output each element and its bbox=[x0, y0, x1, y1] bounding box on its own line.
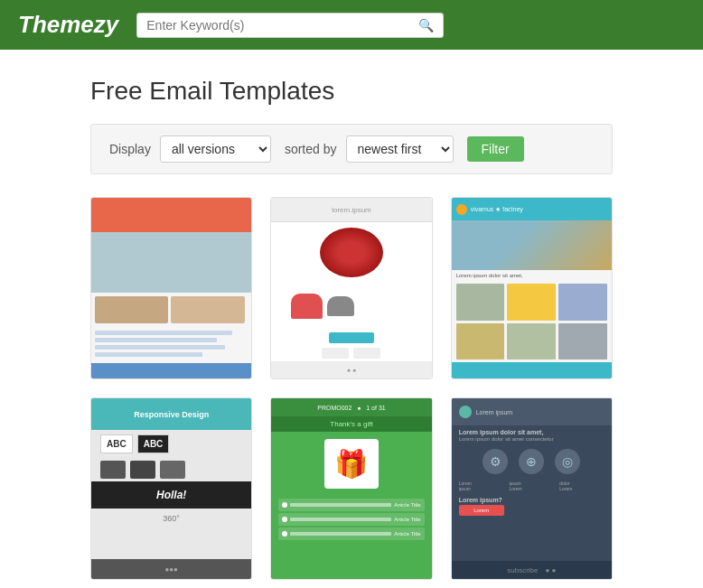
filter-bar: Display all versions free only premium o… bbox=[90, 124, 613, 174]
filter-button[interactable]: Filter bbox=[467, 136, 524, 162]
t2-product-area bbox=[287, 226, 416, 279]
sort-select[interactable]: newest first oldest first most popular bbox=[346, 135, 454, 163]
header: Themezy 🔍 bbox=[0, 0, 703, 50]
search-input[interactable] bbox=[146, 18, 418, 33]
search-icon: 🔍 bbox=[418, 18, 434, 33]
template-grid: lorem.ipsum ● ● bbox=[90, 197, 613, 580]
template-card-1[interactable] bbox=[90, 197, 252, 379]
template-card-6[interactable]: Lorem ipsum Lorem ipsum dolor sit amet, … bbox=[451, 397, 613, 580]
t2-logo-area: lorem.ipsum bbox=[271, 198, 431, 222]
template-preview-5: PROMO002 ● 1 of 31 Thank's a gift 🎁 Arti… bbox=[271, 398, 431, 579]
t4-holla: Holla! bbox=[91, 481, 251, 509]
template-card-5[interactable]: PROMO002 ● 1 of 31 Thank's a gift 🎁 Arti… bbox=[270, 397, 432, 580]
template-preview-4: Responsive Design ABC ABC Holla! 360° ●●… bbox=[91, 398, 251, 579]
template-preview-6: Lorem ipsum Lorem ipsum dolor sit amet, … bbox=[452, 398, 612, 579]
main-content: Free Email Templates Display all version… bbox=[0, 50, 703, 588]
sorted-label: sorted by bbox=[285, 142, 337, 156]
template-preview-2: lorem.ipsum ● ● bbox=[271, 198, 431, 378]
logo: Themezy bbox=[18, 11, 118, 39]
template-card-3[interactable]: vivamus ★ factney Lorem ipsum dolor sit … bbox=[451, 197, 613, 379]
template-preview-1 bbox=[91, 198, 251, 378]
page-title: Free Email Templates bbox=[90, 77, 613, 106]
template-card-2[interactable]: lorem.ipsum ● ● bbox=[270, 197, 432, 379]
display-select[interactable]: all versions free only premium only bbox=[160, 135, 271, 163]
display-label: Display bbox=[109, 142, 151, 156]
search-bar: 🔍 bbox=[136, 13, 444, 38]
t2-product2-area bbox=[287, 285, 416, 329]
template-card-4[interactable]: Responsive Design ABC ABC Holla! 360° ●●… bbox=[90, 397, 252, 580]
template-preview-3: vivamus ★ factney Lorem ipsum dolor sit … bbox=[452, 198, 612, 378]
